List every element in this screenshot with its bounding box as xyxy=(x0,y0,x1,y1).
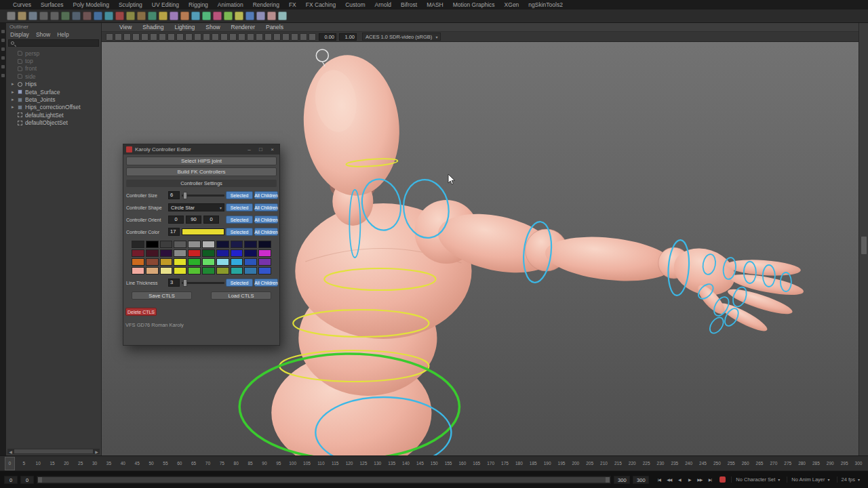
range-slider[interactable] xyxy=(37,476,611,484)
frame-label-10[interactable]: 10 xyxy=(31,461,45,466)
frame-label-15[interactable]: 15 xyxy=(45,461,60,466)
outliner-item-hips[interactable]: ▸Hips xyxy=(6,81,101,88)
frame-label-40[interactable]: 40 xyxy=(116,461,130,466)
move-tool-icon[interactable] xyxy=(94,12,102,20)
frame-label-235[interactable]: 235 xyxy=(667,461,682,466)
color-swatch[interactable] xyxy=(160,258,173,266)
frame-label-170[interactable]: 170 xyxy=(484,461,498,466)
slider-handle[interactable] xyxy=(183,192,187,199)
head-controller-ring[interactable] xyxy=(316,49,328,62)
rotate-tool-icon[interactable] xyxy=(1,56,5,60)
menu-custom[interactable]: Custom xyxy=(340,1,370,8)
color-swatch[interactable] xyxy=(132,249,144,257)
viewport-menu-renderer[interactable]: Renderer xyxy=(226,24,260,30)
color-swatch[interactable] xyxy=(231,249,243,257)
frame-label-65[interactable]: 65 xyxy=(186,461,201,466)
range-slider-track[interactable] xyxy=(38,477,610,483)
color-swatch[interactable] xyxy=(244,241,257,248)
frame-label-300[interactable]: 300 xyxy=(852,461,866,466)
color-swatch[interactable] xyxy=(216,267,229,274)
menu-uv-editing[interactable]: UV Editing xyxy=(147,1,184,8)
color-swatch[interactable] xyxy=(231,258,243,266)
color-swatch[interactable] xyxy=(160,241,173,248)
image-plane-icon[interactable] xyxy=(141,33,149,41)
color-swatch[interactable] xyxy=(146,267,159,274)
outliner-item-front[interactable]: front xyxy=(6,65,101,73)
character-mesh[interactable] xyxy=(271,50,805,455)
orient-all-children-button[interactable]: All Children xyxy=(254,216,278,224)
film-gate-icon[interactable] xyxy=(176,33,184,41)
build-fk-button[interactable]: Build FK Controllers xyxy=(126,167,277,176)
scroll-left-icon[interactable]: ◀ xyxy=(8,449,13,454)
animation-end-field[interactable]: 300 xyxy=(633,476,649,484)
menu-fx-caching[interactable]: FX Caching xyxy=(301,1,340,8)
menu-fx[interactable]: FX xyxy=(284,1,301,8)
animation-start-field[interactable]: 0 xyxy=(4,476,18,484)
snap-curve-icon[interactable] xyxy=(137,12,146,20)
scrollbar-handle[interactable] xyxy=(861,237,867,254)
orient-x-field[interactable]: 0 xyxy=(168,216,184,224)
lasso-tool-icon[interactable] xyxy=(1,39,5,42)
frame-label-285[interactable]: 285 xyxy=(809,461,823,466)
frame-label-115[interactable]: 115 xyxy=(328,461,342,466)
color-swatch[interactable] xyxy=(202,258,215,266)
create-controller-icon[interactable] xyxy=(235,12,243,20)
bookmarks-icon[interactable] xyxy=(132,33,140,41)
auto-key-icon[interactable] xyxy=(719,476,726,483)
undo-icon[interactable] xyxy=(39,12,48,20)
frame-label-270[interactable]: 270 xyxy=(766,461,781,466)
shape-all-children-button[interactable]: All Children xyxy=(254,203,278,211)
select-tool-icon[interactable] xyxy=(61,12,70,20)
anim-layer-dropdown[interactable]: No Anim Layer ▾ xyxy=(787,476,833,483)
frame-label-275[interactable]: 275 xyxy=(781,461,795,466)
orient-y-field[interactable]: 90 xyxy=(186,216,201,224)
menu-sculpting[interactable]: Sculpting xyxy=(114,1,147,8)
use-all-lights-icon[interactable] xyxy=(256,33,263,41)
menu-rendering[interactable]: Rendering xyxy=(248,1,284,8)
frame-label-70[interactable]: 70 xyxy=(201,461,215,466)
frame-label-180[interactable]: 180 xyxy=(512,461,526,466)
color-swatch[interactable] xyxy=(188,241,201,248)
frame-label-35[interactable]: 35 xyxy=(102,461,116,466)
shaded-mode-icon[interactable] xyxy=(238,33,245,41)
viewport-menu-lighting[interactable]: Lighting xyxy=(169,24,200,30)
resolution-gate-icon[interactable] xyxy=(185,33,193,41)
menu-motion-graphics[interactable]: Motion Graphics xyxy=(448,1,500,8)
frame-label-145[interactable]: 145 xyxy=(413,461,427,466)
lock-camera-icon[interactable] xyxy=(115,33,122,41)
frame-label-245[interactable]: 245 xyxy=(696,461,710,466)
menu-curves[interactable]: Curves xyxy=(8,1,36,8)
color-swatch[interactable] xyxy=(202,241,215,248)
frame-label-225[interactable]: 225 xyxy=(639,461,654,466)
frame-label-265[interactable]: 265 xyxy=(753,461,767,466)
line-thickness-field[interactable]: 3 xyxy=(168,279,180,287)
frame-label-165[interactable]: 165 xyxy=(469,461,484,466)
close-button[interactable]: × xyxy=(268,146,277,153)
frame-label-130[interactable]: 130 xyxy=(370,461,384,466)
blend-shape-icon[interactable] xyxy=(278,12,287,20)
color-swatch[interactable] xyxy=(258,249,271,257)
parent-constraint-icon[interactable] xyxy=(224,12,233,20)
outliner-menu-help[interactable]: Help xyxy=(57,31,68,38)
size-all-children-button[interactable]: All Children xyxy=(254,191,278,199)
outliner-menu-display[interactable]: Display xyxy=(10,31,29,38)
frame-label-105[interactable]: 105 xyxy=(300,461,314,466)
color-swatch[interactable] xyxy=(188,249,201,257)
viewport-menu-show[interactable]: Show xyxy=(200,24,225,30)
outliner-item-hips-correctionoffset[interactable]: ▸Hips_correctionOffset xyxy=(6,104,101,111)
color-swatch[interactable] xyxy=(174,258,186,266)
outliner-item-beta-surface[interactable]: ▸Beta_Surface xyxy=(6,88,101,96)
scrollbar-thumb[interactable] xyxy=(14,449,93,453)
menu-bifrost[interactable]: Bifrost xyxy=(396,1,422,8)
expand-arrow-icon[interactable]: ▸ xyxy=(12,97,18,102)
frame-label-135[interactable]: 135 xyxy=(384,461,399,466)
outliner-item-defaultlightset[interactable]: defaultLightSet xyxy=(6,111,101,119)
controller-color-index-field[interactable]: 17 xyxy=(168,228,180,236)
safe-action-icon[interactable] xyxy=(212,33,219,41)
snap-point-icon[interactable] xyxy=(148,12,157,20)
mirror-skin-weights-icon[interactable] xyxy=(202,12,211,20)
outliner-item-top[interactable]: top xyxy=(6,57,101,64)
range-start-handle[interactable] xyxy=(38,477,42,483)
color-swatch[interactable] xyxy=(258,258,271,266)
frame-label-5[interactable]: 5 xyxy=(17,461,31,466)
